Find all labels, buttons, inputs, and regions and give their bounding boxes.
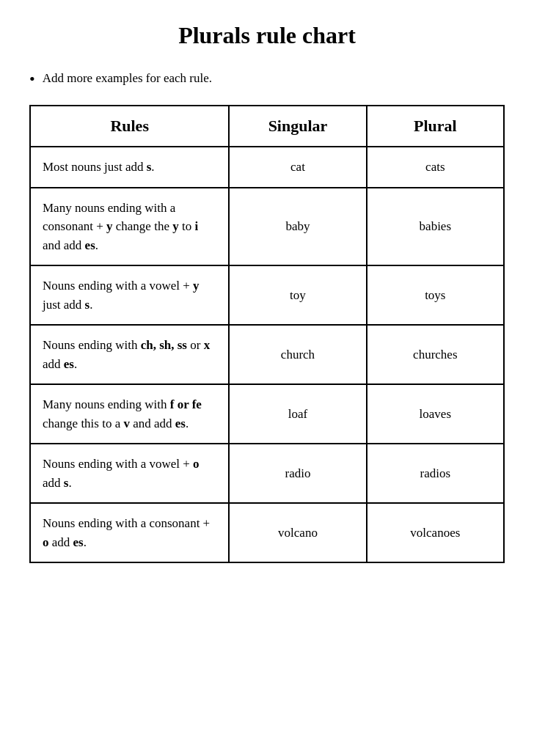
rule-cell: Many nouns ending with f or fe change th… — [30, 384, 229, 444]
table-row: Many nouns ending with f or fe change th… — [30, 384, 504, 444]
page-title: Plurals rule chart — [29, 22, 505, 49]
table-row: Many nouns ending with a consonant + y c… — [30, 188, 504, 266]
singular-cell: radio — [229, 444, 366, 503]
rule-cell: Nouns ending with ch, sh, ss or x add es… — [30, 325, 229, 384]
table-header-row: Rules Singular Plural — [30, 106, 504, 147]
table-row: Nouns ending with a vowel + y just add s… — [30, 265, 504, 325]
singular-cell: toy — [229, 265, 366, 325]
table-row: Most nouns just add s.catcats — [30, 147, 504, 188]
plurals-table: Rules Singular Plural Most nouns just ad… — [29, 105, 505, 563]
singular-cell: loaf — [229, 384, 366, 444]
table-row: Nouns ending with ch, sh, ss or x add es… — [30, 325, 504, 384]
singular-cell: church — [229, 325, 366, 384]
singular-cell: baby — [229, 188, 366, 266]
rule-cell: Nouns ending with a consonant + o add es… — [30, 503, 229, 562]
plural-cell: volcanoes — [367, 503, 504, 562]
plural-cell: cats — [367, 147, 504, 188]
instruction-row: • Add more examples for each rule. — [29, 70, 505, 89]
instruction-text: Add more examples for each rule. — [43, 70, 212, 87]
rule-cell: Nouns ending with a vowel + y just add s… — [30, 265, 229, 325]
plural-cell: toys — [367, 265, 504, 325]
rule-cell: Nouns ending with a vowel + o add s. — [30, 444, 229, 503]
rule-cell: Most nouns just add s. — [30, 147, 229, 188]
rule-cell: Many nouns ending with a consonant + y c… — [30, 188, 229, 266]
bullet-icon: • — [29, 70, 35, 89]
singular-cell: volcano — [229, 503, 366, 562]
header-plural: Plural — [367, 106, 504, 147]
header-singular: Singular — [229, 106, 366, 147]
plural-cell: babies — [367, 188, 504, 266]
table-row: Nouns ending with a consonant + o add es… — [30, 503, 504, 562]
plural-cell: loaves — [367, 384, 504, 444]
plural-cell: radios — [367, 444, 504, 503]
singular-cell: cat — [229, 147, 366, 188]
plural-cell: churches — [367, 325, 504, 384]
table-row: Nouns ending with a vowel + o add s.radi… — [30, 444, 504, 503]
header-rules: Rules — [30, 106, 229, 147]
